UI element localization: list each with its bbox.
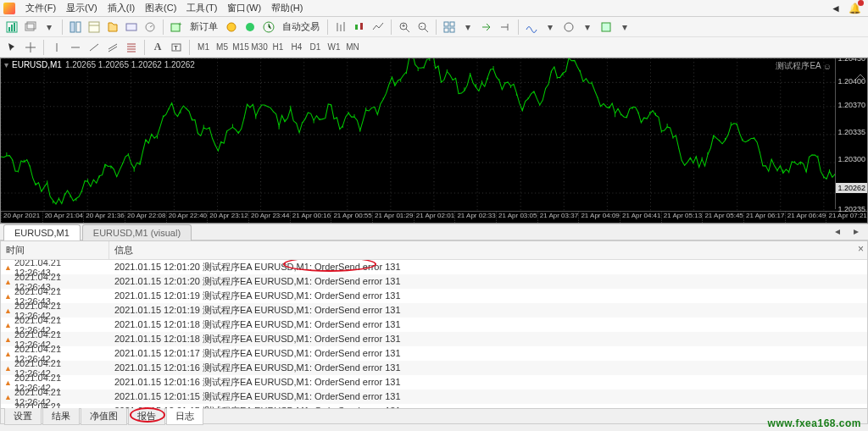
zoom-in-icon[interactable]: +	[396, 19, 413, 36]
log-row[interactable]: ▲ 2021.04.21 12:26:42.... 2021.01.15 12:…	[1, 318, 867, 332]
new-chart-icon[interactable]	[3, 19, 20, 36]
log-row[interactable]: ▲ 2021.04.21 12:26:42.... 2021.01.15 12:…	[1, 375, 867, 390]
market-watch-icon[interactable]	[67, 19, 84, 36]
auto-scroll-icon[interactable]	[478, 19, 495, 36]
terminal-icon[interactable]	[123, 19, 140, 36]
terminal-body[interactable]: ▲ 2021.04.21 12:26:43.... 2021.01.15 12:…	[1, 260, 867, 408]
time-tick: 21 Apr 06:17	[743, 212, 785, 223]
time-tick: 20 Apr 23:12	[207, 212, 248, 223]
text-icon[interactable]: A	[149, 39, 166, 56]
timeframe-d1[interactable]: D1	[306, 40, 325, 55]
templates-icon[interactable]	[598, 19, 615, 36]
chart-tab-visual[interactable]: EURUSD,M1 (visual)	[82, 224, 192, 240]
menu-item[interactable]: 插入(I)	[103, 1, 140, 14]
price-chart[interactable]	[1, 58, 867, 218]
log-row[interactable]: ▲ 2021.04.21 12:26:43.... 2021.01.15 12:…	[1, 260, 867, 274]
time-tick: 21 Apr 02:33	[454, 212, 496, 223]
tab-scroll-left-icon[interactable]: ◂	[829, 223, 846, 240]
dropdown-icon[interactable]: ▾	[41, 19, 58, 36]
log-row[interactable]: ▲ 2021.04.21 12:26:43.... 2021.01.15 12:…	[1, 274, 867, 289]
menu-item[interactable]: 图表(C)	[140, 1, 181, 14]
dropdown-icon[interactable]: ▾	[579, 19, 596, 36]
chart-expand-icon[interactable]: ▾	[4, 60, 8, 69]
tab-scroll-right-icon[interactable]: ▸	[848, 223, 865, 240]
menu-item[interactable]: 窗口(W)	[222, 1, 266, 14]
svg-rect-2	[11, 25, 13, 31]
time-tick: 20 Apr 21:36	[83, 212, 125, 223]
terminal-tab-0[interactable]: 设置	[4, 408, 42, 425]
menu-item[interactable]: 文件(F)	[20, 1, 61, 14]
timeframe-m15[interactable]: M15	[231, 40, 250, 55]
tile-windows-icon[interactable]	[441, 19, 458, 36]
log-message: 2021.01.15 12:01:16 测试程序EA EURUSD,M1: Or…	[109, 376, 867, 389]
terminal-tab-2[interactable]: 净值图	[81, 408, 127, 425]
dropdown-icon[interactable]: ▾	[459, 19, 476, 36]
terminal-tab-1[interactable]: 结果	[42, 408, 80, 425]
time-tick: 20 Apr 22:08	[125, 212, 166, 223]
cursor-icon[interactable]	[3, 39, 20, 56]
notification-bell-icon[interactable]: 🔔	[848, 2, 861, 15]
chart-tab-bar: EURUSD,M1 EURUSD,M1 (visual) ◂ ▸	[0, 224, 868, 240]
log-message: 2021.01.15 12:01:19 测试程序EA EURUSD,M1: Or…	[109, 304, 867, 317]
vertical-line-icon[interactable]	[48, 39, 65, 56]
dropdown-icon[interactable]: ▾	[542, 19, 559, 36]
navigator-icon[interactable]	[104, 19, 121, 36]
log-row[interactable]: ▲ 2021.04.21 12:26:42.... 2021.01.15 12:…	[1, 346, 867, 361]
arrow-back-icon[interactable]: ◄	[829, 2, 843, 15]
warning-icon: ▲	[4, 263, 14, 272]
auto-trade-button[interactable]: 自动交易	[279, 20, 323, 33]
indicators-icon[interactable]	[523, 19, 540, 36]
menu-bar: 文件(F)显示(V)插入(I)图表(C)工具(T)窗口(W)帮助(H) ◄ 🔔	[0, 0, 868, 17]
chart-shift-icon[interactable]	[497, 19, 514, 36]
candle-chart-icon[interactable]	[351, 19, 368, 36]
dropdown-icon[interactable]: ▾	[616, 19, 633, 36]
horizontal-line-icon[interactable]	[67, 39, 84, 56]
chart-scroll-icon[interactable]	[855, 74, 865, 80]
autotrade-toggle-icon[interactable]	[260, 19, 277, 36]
channel-icon[interactable]	[104, 39, 121, 56]
ea-smiley-icon: ☺	[823, 62, 832, 71]
chart-window[interactable]: ▾ EURUSD,M1 1.20265 1.20265 1.20262 1.20…	[0, 58, 868, 224]
bar-chart-icon[interactable]	[332, 19, 349, 36]
terminal-close-icon[interactable]: ×	[858, 243, 864, 255]
svg-text:T: T	[174, 44, 178, 52]
chart-tab-active[interactable]: EURUSD,M1	[3, 224, 81, 240]
tester-icon[interactable]	[142, 19, 159, 36]
log-row[interactable]: ▲ 2021.04.21 12:26:42.... 2021.01.15 12:…	[1, 361, 867, 375]
warning-icon: ▲	[4, 364, 14, 373]
menu-item[interactable]: 帮助(H)	[266, 1, 308, 14]
terminal-tab-3[interactable]: 报告	[128, 408, 165, 425]
data-window-icon[interactable]	[86, 19, 103, 36]
profiles-icon[interactable]	[22, 19, 39, 36]
timeframe-w1[interactable]: W1	[325, 40, 343, 55]
text-label-icon[interactable]: T	[168, 39, 185, 56]
timeframe-h1[interactable]: H1	[269, 40, 287, 55]
log-row[interactable]: ▲ 2021.04.21 12:26:43.... 2021.01.15 12:…	[1, 289, 867, 303]
signals-icon[interactable]	[242, 19, 259, 36]
log-row[interactable]: ▲ 2021.04.21 12:26:42.... 2021.01.15 12:…	[1, 332, 867, 346]
metaquotes-icon[interactable]	[223, 19, 240, 36]
timeframe-mn[interactable]: MN	[343, 40, 362, 55]
crosshair-icon[interactable]	[22, 39, 39, 56]
line-chart-icon[interactable]	[370, 19, 387, 36]
col-header-message[interactable]: 信息	[109, 241, 867, 259]
timeframe-m5[interactable]: M5	[213, 40, 231, 55]
zoom-out-icon[interactable]: -	[415, 19, 431, 36]
fibonacci-icon[interactable]	[123, 39, 140, 56]
new-order-plus-icon[interactable]: +	[168, 19, 185, 36]
timeframe-m30[interactable]: M30	[250, 40, 269, 55]
trend-line-icon[interactable]	[86, 39, 103, 56]
log-row[interactable]: ▲ 2021.04.21 12:26:42.... 2021.01.15 12:…	[1, 303, 867, 318]
menu-item[interactable]: 工具(T)	[181, 1, 222, 14]
timeframe-h4[interactable]: H4	[287, 40, 306, 55]
time-tick: 21 Apr 05:45	[702, 212, 743, 223]
periodicity-icon[interactable]	[560, 19, 577, 36]
menu-item[interactable]: 显示(V)	[61, 1, 103, 14]
timeframe-m1[interactable]: M1	[194, 40, 213, 55]
log-row[interactable]: ▲ 2021.04.21 12:26:42.... 2021.01.15 12:…	[1, 390, 867, 404]
terminal-tab-4[interactable]: 日志	[166, 408, 203, 425]
col-header-time[interactable]: 时间	[1, 241, 109, 259]
log-message: 2021.01.15 12:01:16 测试程序EA EURUSD,M1: Or…	[109, 362, 867, 374]
new-order-button[interactable]: 新订单	[186, 20, 221, 33]
log-message: 2021.01.15 12:01:20 测试程序EA EURUSD,M1: Or…	[109, 261, 867, 274]
